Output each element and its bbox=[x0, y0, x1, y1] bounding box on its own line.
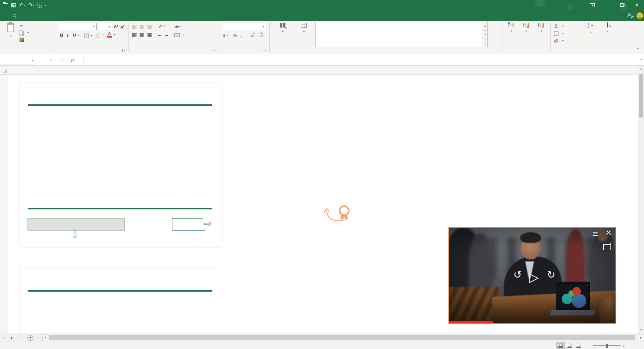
video-popout-icon[interactable] bbox=[603, 244, 611, 250]
collapse-ribbon-icon[interactable]: ⌃︎ bbox=[636, 47, 639, 52]
decrease-decimal-icon[interactable]: .00→.0 bbox=[258, 31, 263, 38]
number-dialog-launcher-icon[interactable] bbox=[264, 49, 267, 52]
zoom-slider-thumb[interactable] bbox=[606, 344, 608, 348]
scroll-down-icon[interactable]: ▼ bbox=[638, 327, 644, 333]
page-break-preview-button[interactable] bbox=[574, 342, 583, 349]
award-ribbon-icon bbox=[339, 205, 350, 216]
format-painter-button[interactable] bbox=[19, 36, 25, 43]
video-menu-icon[interactable]: ≡ bbox=[593, 229, 598, 239]
font-dialog-launcher-icon[interactable] bbox=[122, 49, 126, 52]
increase-indent-icon[interactable]: ⇥ bbox=[165, 32, 168, 39]
zoom-out-icon[interactable]: − bbox=[587, 343, 592, 349]
zoom-in-icon[interactable]: + bbox=[621, 343, 627, 349]
page-layout-view-button[interactable] bbox=[565, 342, 574, 349]
next-step-button[interactable] bbox=[172, 218, 205, 231]
italic-icon[interactable]: I bbox=[67, 32, 68, 39]
insert-cells-button[interactable]: ▾ bbox=[504, 21, 519, 47]
hscroll-left-icon[interactable]: ◂ bbox=[42, 335, 48, 341]
copy-button[interactable]: ▾ bbox=[19, 29, 29, 36]
underline-icon[interactable]: U▾ bbox=[73, 32, 79, 39]
clear-icon bbox=[553, 40, 559, 42]
number-format-select[interactable]: ▾ bbox=[222, 23, 266, 30]
gallery-more-icon[interactable]: ═▼ bbox=[483, 39, 488, 47]
horizontal-scrollbar[interactable] bbox=[49, 335, 638, 341]
gallery-down-icon[interactable]: ▼ bbox=[483, 30, 488, 39]
middle-align-icon[interactable] bbox=[140, 23, 144, 30]
vertical-scrollbar[interactable]: ▲ ▼ bbox=[638, 66, 644, 333]
orientation-icon[interactable]: ab▾ bbox=[158, 22, 165, 30]
accounting-format-icon[interactable]: $▾ bbox=[223, 32, 228, 39]
alignment-group: ab▾ ⇤ ⇥ ab↩ ↔▾ bbox=[129, 21, 219, 54]
page-layout-view-icon bbox=[567, 344, 572, 348]
new-sheet-icon[interactable]: + bbox=[28, 335, 33, 341]
bold-icon[interactable]: B bbox=[60, 32, 63, 39]
decrease-font-icon[interactable]: A▾ bbox=[120, 23, 124, 30]
expand-formula-bar-icon[interactable]: ▾ bbox=[640, 58, 642, 61]
find-select-button[interactable]: ▾ bbox=[599, 21, 616, 47]
increase-decimal-icon[interactable]: ←.0.00 bbox=[250, 31, 255, 38]
alignment-dialog-launcher-icon[interactable] bbox=[213, 49, 216, 52]
percent-style-icon[interactable]: % bbox=[233, 32, 237, 39]
borders-icon[interactable]: ▾ bbox=[84, 32, 92, 39]
tell-me-box[interactable] bbox=[13, 10, 19, 21]
video-play-icon[interactable]: ▷ bbox=[529, 270, 539, 284]
card1-rule-bottom bbox=[28, 208, 212, 209]
insert-function-icon[interactable]: fx bbox=[68, 56, 78, 64]
align-center-icon[interactable] bbox=[140, 32, 144, 39]
format-as-table-button[interactable]: ▾ bbox=[294, 21, 313, 47]
autosum-button[interactable]: Σ▾ bbox=[553, 22, 564, 30]
share-button[interactable]: + bbox=[627, 10, 635, 21]
font-size-select[interactable]: ▾ bbox=[98, 23, 112, 30]
feedback-smiley-icon[interactable] bbox=[637, 12, 643, 19]
close-icon[interactable]: × bbox=[629, 0, 644, 10]
cancel-icon[interactable]: × bbox=[46, 56, 56, 64]
format-cells-button[interactable]: ▾ bbox=[533, 21, 549, 47]
enter-icon[interactable]: ✓ bbox=[57, 56, 67, 64]
wrap-text-button[interactable]: ab↩ bbox=[174, 23, 182, 30]
hscroll-right-icon[interactable]: ▸ bbox=[638, 335, 644, 341]
conditional-formatting-button[interactable]: ▾ bbox=[272, 21, 293, 47]
horizontal-scroll-thumb[interactable] bbox=[49, 335, 635, 340]
align-right-icon[interactable] bbox=[147, 32, 152, 39]
align-left-icon[interactable] bbox=[132, 32, 137, 39]
zoom-slider[interactable] bbox=[593, 345, 621, 346]
delete-cells-button[interactable]: ▾ bbox=[519, 21, 533, 47]
gallery-up-icon[interactable]: ▲ bbox=[483, 22, 488, 30]
comma-style-icon[interactable]: , bbox=[240, 32, 241, 39]
bottom-align-icon[interactable] bbox=[147, 23, 152, 30]
clipboard-dialog-launcher-icon[interactable] bbox=[49, 49, 52, 52]
paste-button[interactable]: ▾ bbox=[2, 21, 19, 47]
fill-color-icon[interactable]: ▾ bbox=[96, 32, 104, 39]
card2-rule bbox=[28, 290, 212, 292]
sort-filter-button[interactable]: AZ▼ ▾ bbox=[582, 21, 599, 47]
increase-font-icon[interactable]: A▴ bbox=[114, 23, 118, 30]
sheet-tabs-overflow[interactable] bbox=[21, 333, 26, 342]
top-align-icon[interactable] bbox=[132, 23, 137, 30]
cut-button[interactable]: ✂ bbox=[19, 22, 25, 29]
restore-icon[interactable] bbox=[614, 0, 629, 10]
clear-button[interactable]: ▾ bbox=[553, 37, 564, 44]
minimize-icon[interactable]: — bbox=[600, 0, 614, 10]
skip-forward-30-icon[interactable]: ↻ bbox=[544, 271, 558, 278]
vertical-scroll-thumb[interactable] bbox=[639, 74, 643, 117]
merge-center-button[interactable]: ↔▾ bbox=[174, 32, 184, 39]
clipboard-group: ▾ ✂ ▾ bbox=[0, 21, 55, 54]
skip-back-10-icon[interactable]: ↺ bbox=[510, 271, 525, 278]
normal-view-button[interactable] bbox=[556, 342, 565, 349]
font-color-icon[interactable]: A▾ bbox=[107, 31, 115, 38]
sheet-nav-next-icon[interactable]: ▸ bbox=[8, 333, 16, 342]
tutorial-video-player[interactable]: ≡ × ↺ ▷ ↻ bbox=[448, 227, 616, 324]
select-all-corner[interactable] bbox=[0, 66, 8, 74]
font-family-select[interactable]: ▾ bbox=[59, 23, 97, 30]
video-progress-bar[interactable] bbox=[449, 321, 493, 323]
sheet-nav-prev-icon[interactable]: ◂ bbox=[0, 333, 8, 342]
cut-icon: ✂ bbox=[19, 23, 24, 28]
row-headers bbox=[0, 74, 8, 333]
fill-button[interactable]: ↓▾ bbox=[553, 30, 564, 37]
formula-input[interactable] bbox=[83, 56, 635, 64]
scroll-up-icon[interactable]: ▲ bbox=[638, 66, 644, 71]
ribbon-display-options-icon[interactable]: ▴ bbox=[585, 0, 600, 10]
decrease-indent-icon[interactable]: ⇤ bbox=[158, 32, 161, 39]
name-box[interactable]: ▾ bbox=[0, 56, 36, 64]
video-close-icon[interactable]: × bbox=[605, 227, 611, 238]
